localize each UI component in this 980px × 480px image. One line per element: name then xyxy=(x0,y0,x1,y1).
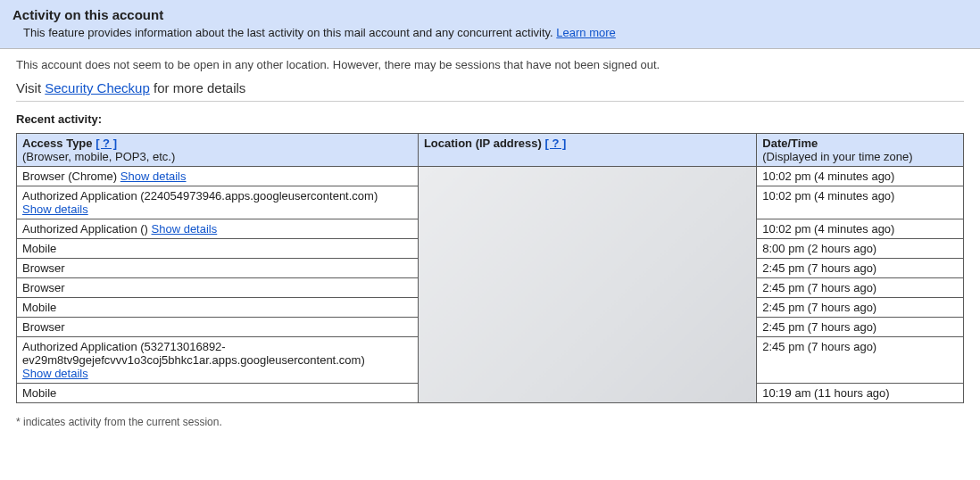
show-details-link[interactable]: Show details xyxy=(120,170,187,183)
access-text: Browser xyxy=(22,320,65,334)
datetime-cell: 2:45 pm (7 hours ago) xyxy=(757,259,964,278)
datetime-cell: 10:02 pm (4 minutes ago) xyxy=(757,186,964,219)
access-cell: Mobile xyxy=(17,239,419,259)
divider xyxy=(16,101,964,102)
page-title: Activity on this account xyxy=(12,7,968,22)
current-session-footnote: * indicates activity from the current se… xyxy=(16,416,964,428)
col-access-sub: (Browser, mobile, POP3, etc.) xyxy=(22,150,412,163)
security-checkup-line: Visit Security Checkup for more details xyxy=(16,80,964,95)
access-cell: Mobile xyxy=(17,298,419,318)
datetime-cell: 2:45 pm (7 hours ago) xyxy=(757,298,964,318)
access-text: Mobile xyxy=(22,242,56,255)
banner-description-text: This feature provides information about … xyxy=(23,26,556,39)
col-location: Location (IP address) [ ? ] xyxy=(418,134,756,167)
access-text: Authorized Application (532713016892-ev2… xyxy=(22,340,365,367)
datetime-cell: 10:02 pm (4 minutes ago) xyxy=(757,167,964,186)
banner-description: This feature provides information about … xyxy=(12,26,968,39)
access-type-help-icon[interactable]: [ ? ] xyxy=(96,137,117,150)
visit-suffix: for more details xyxy=(150,80,246,95)
access-cell: Browser xyxy=(17,278,419,298)
datetime-cell: 2:45 pm (7 hours ago) xyxy=(757,278,964,298)
col-datetime-label: Date/Time xyxy=(762,137,818,150)
datetime-cell: 10:19 am (11 hours ago) xyxy=(757,384,964,403)
table-row: Browser (Chrome) Show details10:02 pm (4… xyxy=(17,167,964,186)
visit-prefix: Visit xyxy=(16,80,45,95)
col-datetime: Date/Time (Displayed in your time zone) xyxy=(757,134,964,167)
access-text: Browser xyxy=(22,261,65,275)
learn-more-link[interactable]: Learn more xyxy=(556,26,615,39)
datetime-cell: 2:45 pm (7 hours ago) xyxy=(757,318,964,337)
datetime-cell: 2:45 pm (7 hours ago) xyxy=(757,337,964,384)
show-details-link[interactable]: Show details xyxy=(152,222,218,236)
access-text: Browser xyxy=(22,281,65,294)
activity-banner: Activity on this account This feature pr… xyxy=(0,0,980,49)
access-cell: Authorized Application (224054973946.app… xyxy=(17,186,419,219)
access-cell: Authorized Application () Show details xyxy=(17,219,419,239)
access-text: Authorized Application () xyxy=(22,222,152,236)
table-header-row: Access Type [ ? ] (Browser, mobile, POP3… xyxy=(17,134,964,167)
datetime-cell: 8:00 pm (2 hours ago) xyxy=(757,239,964,259)
access-text: Authorized Application (224054973946.app… xyxy=(22,189,378,203)
activity-table: Access Type [ ? ] (Browser, mobile, POP3… xyxy=(16,133,964,403)
col-access-label: Access Type xyxy=(22,137,96,150)
access-text: Browser (Chrome) xyxy=(22,170,120,183)
show-details-link[interactable]: Show details xyxy=(22,203,88,216)
col-access-type: Access Type [ ? ] (Browser, mobile, POP3… xyxy=(17,134,419,167)
access-cell: Browser (Chrome) Show details xyxy=(17,167,419,186)
access-cell: Browser xyxy=(17,318,419,337)
access-cell: Browser xyxy=(17,259,419,278)
access-cell: Authorized Application (532713016892-ev2… xyxy=(17,337,419,384)
access-cell: Mobile xyxy=(17,384,419,403)
access-text: Mobile xyxy=(22,386,56,400)
location-help-icon[interactable]: [ ? ] xyxy=(544,137,566,150)
access-text: Mobile xyxy=(22,301,56,314)
recent-activity-heading: Recent activity: xyxy=(16,112,964,126)
col-location-label: Location (IP address) xyxy=(424,137,545,150)
location-cell-redacted xyxy=(418,167,756,403)
session-status-text: This account does not seem to be open in… xyxy=(16,58,964,71)
security-checkup-link[interactable]: Security Checkup xyxy=(45,80,150,95)
datetime-cell: 10:02 pm (4 minutes ago) xyxy=(757,219,964,239)
show-details-link[interactable]: Show details xyxy=(22,367,88,380)
col-datetime-sub: (Displayed in your time zone) xyxy=(762,150,958,163)
